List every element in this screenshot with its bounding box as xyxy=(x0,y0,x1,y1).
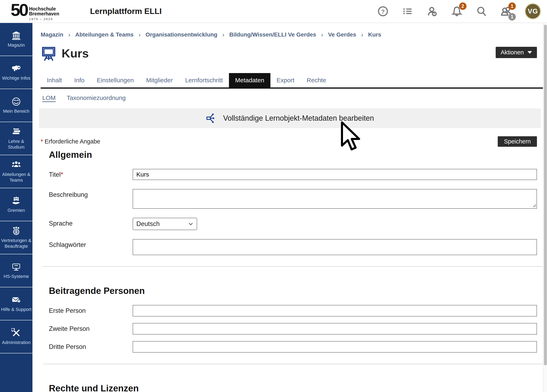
dritte-person-input[interactable] xyxy=(133,341,537,353)
hochschule-logo[interactable]: 50 Hochschule Bremerhaven 1975 – 2025 xyxy=(11,2,59,21)
form-row-sprache: Sprache Deutsch xyxy=(41,218,537,230)
beschreibung-label: Beschreibung xyxy=(41,189,133,198)
search-icon xyxy=(476,6,487,17)
sidebar-item-administration[interactable]: Administration xyxy=(0,320,33,353)
mail-question-icon: ? xyxy=(12,295,21,304)
scrollbar-thumb[interactable] xyxy=(544,25,547,365)
sidebar-item-mein-bereich[interactable]: Mein Bereich xyxy=(0,89,33,122)
schlagwoerter-input[interactable] xyxy=(133,239,537,255)
svg-text:?: ? xyxy=(381,8,385,15)
sidebar-item-gremien[interactable]: Gremien xyxy=(0,188,33,221)
subtab-taxonomiezuordnung[interactable]: Taxonomiezuordnung xyxy=(67,95,126,101)
title-row: Kurs Aktionen xyxy=(41,44,537,62)
sidebar-item-label: Vertretungen & Beauftragte xyxy=(1,238,31,249)
tab-rechte[interactable]: Rechte xyxy=(301,73,332,88)
user-status-button[interactable]: ! xyxy=(426,5,438,17)
dritte-person-label: Dritte Person xyxy=(41,341,133,351)
form-row-titel: Titel* xyxy=(41,169,537,180)
form-row-schlagwoerter: Schlagwörter xyxy=(41,239,537,255)
tab-export[interactable]: Export xyxy=(270,73,301,88)
form-row-beschreibung: Beschreibung xyxy=(41,189,537,209)
help-icon: ? xyxy=(378,6,388,17)
breadcrumb-item-bildung-wissen[interactable]: Bildung/Wissen/ELLI Ve Gerdes xyxy=(229,31,316,38)
required-row: * Erforderliche Angabe Speichern xyxy=(41,136,537,147)
svg-text:!: ! xyxy=(434,12,435,16)
breadcrumb-separator: › xyxy=(321,31,323,38)
sidebar-item-magazin[interactable]: Magazin xyxy=(0,23,33,56)
header-icons: ? ! xyxy=(377,3,541,19)
logo-line2: Bremerhaven xyxy=(29,11,59,16)
beschreibung-textarea[interactable] xyxy=(133,189,537,209)
app-title: Lernplattform ELLI xyxy=(90,7,162,16)
speichern-button[interactable]: Speichern xyxy=(498,136,537,147)
erste-person-input[interactable] xyxy=(133,305,537,317)
help-button[interactable]: ? xyxy=(377,5,389,17)
breadcrumb-separator: › xyxy=(68,31,70,38)
sidebar-item-abteilungen-teams[interactable]: Abteilungen & Teams xyxy=(0,155,33,188)
notifications-button[interactable]: 2 xyxy=(451,5,463,17)
people-group-icon xyxy=(12,160,21,169)
list-icon xyxy=(402,6,413,17)
top-header: 50 Hochschule Bremerhaven 1975 – 2025 Le… xyxy=(0,0,547,23)
zweite-person-label: Zweite Person xyxy=(41,323,133,332)
svg-text:?: ? xyxy=(18,300,20,303)
sidebar-item-hilfe-support[interactable]: ? Hilfe & Support xyxy=(0,287,33,320)
bank-icon xyxy=(12,31,21,40)
sprache-select[interactable]: Deutsch xyxy=(133,218,197,230)
metadata-hub-icon xyxy=(206,113,218,124)
search-button[interactable] xyxy=(476,5,487,17)
chevron-down-icon xyxy=(188,221,193,227)
tab-inhalt[interactable]: Inhalt xyxy=(41,73,68,88)
subtab-lom[interactable]: LOM xyxy=(42,95,56,101)
tab-info[interactable]: Info xyxy=(68,73,90,88)
sidebar-item-label: Gremien xyxy=(8,208,25,213)
logo-years: 1975 – 2025 xyxy=(29,17,59,21)
breadcrumb-item-magazin[interactable]: Magazin xyxy=(41,31,63,38)
books-icon xyxy=(12,127,21,136)
schlagwoerter-label: Schlagwörter xyxy=(41,239,133,249)
breadcrumb-item-organisationsentwicklung[interactable]: Organisationsentwicklung xyxy=(146,31,218,38)
required-asterisk: * xyxy=(41,138,43,145)
tab-mitglieder[interactable]: Mitglieder xyxy=(140,73,179,88)
titel-label: Titel* xyxy=(41,169,133,178)
contacts-button[interactable]: 1 1 xyxy=(500,5,512,17)
contacts-badge-new: 1 xyxy=(508,2,516,10)
list-button[interactable] xyxy=(402,5,414,17)
form-row-zweite-person: Zweite Person xyxy=(41,323,537,335)
sidebar-item-label: Wichtige Infos xyxy=(2,75,30,81)
edit-full-metadata-button[interactable]: Vollständige Lernobjekt-Metadaten bearbe… xyxy=(39,108,541,128)
titel-required-asterisk: * xyxy=(61,171,63,178)
breadcrumb-item-ve-gerdes[interactable]: Ve Gerdes xyxy=(328,31,356,38)
breadcrumb-item-kurs[interactable]: Kurs xyxy=(368,31,381,38)
course-icon xyxy=(41,45,57,61)
banner-label: Vollständige Lernobjekt-Metadaten bearbe… xyxy=(223,114,374,122)
sidebar-item-vertretungen-beauftragte[interactable]: Vertretungen & Beauftragte xyxy=(0,221,33,254)
monitor-icon: *** xyxy=(12,262,21,271)
logo-line1: Hochschule xyxy=(29,6,59,12)
sprache-selected-value: Deutsch xyxy=(136,220,160,228)
sidebar: Magazin Wichtige Infos Mein Bereich xyxy=(0,23,33,392)
breadcrumb-separator: › xyxy=(361,31,363,38)
sidebar-item-lehre-studium[interactable]: Lehre & Studium xyxy=(0,122,33,155)
zweite-person-input[interactable] xyxy=(133,323,537,335)
caret-down-icon xyxy=(527,51,532,54)
sidebar-item-label: Lehre & Studium xyxy=(1,139,31,150)
titel-input[interactable] xyxy=(133,169,537,180)
aktionen-button[interactable]: Aktionen xyxy=(496,47,537,58)
tab-lernfortschritt[interactable]: Lernfortschritt xyxy=(179,73,229,88)
sidebar-item-label: Abteilungen & Teams xyxy=(1,172,31,183)
section-divider xyxy=(43,364,543,364)
user-status-icon: ! xyxy=(427,6,438,17)
breadcrumb-separator: › xyxy=(222,31,225,38)
sidebar-item-wichtige-infos[interactable]: Wichtige Infos xyxy=(0,56,33,89)
breadcrumb-item-abteilungen[interactable]: Abteilungen & Teams xyxy=(75,31,133,38)
scrollbar[interactable] xyxy=(543,23,547,392)
sidebar-item-label: Administration xyxy=(2,340,30,345)
main-content: Magazin › Abteilungen & Teams › Organisa… xyxy=(33,23,547,392)
form-row-dritte-person: Dritte Person xyxy=(41,341,537,353)
tab-einstellungen[interactable]: Einstellungen xyxy=(90,73,140,88)
avatar[interactable]: VG xyxy=(525,3,541,19)
tab-metadaten[interactable]: Metadaten xyxy=(229,73,270,88)
globe-people-icon xyxy=(12,226,21,236)
sidebar-item-hs-systeme[interactable]: *** HS-Systeme xyxy=(0,254,33,287)
